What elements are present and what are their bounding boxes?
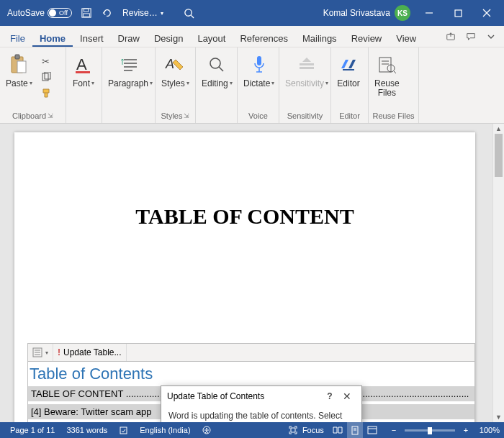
- scroll-up-icon[interactable]: ▲: [493, 124, 504, 134]
- paragraph-button[interactable]: Paragraph▾: [104, 50, 157, 91]
- tab-layout[interactable]: Layout: [190, 29, 233, 47]
- tab-insert[interactable]: Insert: [73, 29, 111, 47]
- dictate-button[interactable]: Dictate▾: [239, 50, 279, 91]
- group-clipboard: Clipboard⇲: [1, 109, 64, 123]
- zoom-level[interactable]: 100%: [480, 426, 500, 434]
- language-indicator[interactable]: English (India): [134, 426, 196, 434]
- font-button[interactable]: A Font▾: [68, 50, 99, 91]
- svg-line-4: [192, 15, 194, 18]
- document-name[interactable]: Revise… ▾: [122, 8, 163, 18]
- toc-menu-button[interactable]: ▾: [28, 344, 53, 361]
- format-painter-icon[interactable]: [40, 86, 53, 99]
- close-button[interactable]: [472, 0, 501, 26]
- sensitivity-button: Sensitivity▾: [281, 50, 333, 91]
- tab-draw[interactable]: Draw: [111, 29, 147, 47]
- autosave-label: AutoSave: [7, 8, 45, 18]
- search-icon[interactable]: [179, 0, 199, 26]
- word-count[interactable]: 3361 words: [60, 426, 113, 434]
- editor-button[interactable]: Editor: [333, 50, 364, 91]
- paragraph-icon: [119, 53, 142, 76]
- comments-button[interactable]: [461, 27, 481, 47]
- group-reuse-files: Reuse Files: [370, 109, 417, 123]
- svg-text:A: A: [165, 57, 174, 71]
- vertical-scrollbar[interactable]: ▲ ▼: [492, 124, 504, 422]
- zoom-out-button[interactable]: −: [386, 422, 402, 438]
- group-editing: [197, 109, 235, 123]
- styles-button[interactable]: A Styles▾: [157, 50, 194, 91]
- document-area[interactable]: TABLE OF CONTENT ▾ ! Update Table... Tab…: [0, 124, 504, 422]
- tab-mailings[interactable]: Mailings: [295, 29, 344, 47]
- svg-point-22: [210, 58, 220, 68]
- tab-home[interactable]: Home: [32, 29, 73, 47]
- dialog-message: Word is updating the table of contents. …: [168, 411, 354, 422]
- svg-rect-26: [300, 67, 314, 69]
- svg-rect-43: [368, 426, 377, 434]
- tab-references[interactable]: References: [233, 29, 294, 47]
- web-layout-button[interactable]: [364, 422, 380, 438]
- styles-icon: A: [163, 53, 186, 76]
- svg-line-23: [219, 67, 223, 71]
- autosave-toggle[interactable]: AutoSave Off: [3, 8, 76, 18]
- undo-icon[interactable]: [96, 0, 117, 26]
- zoom-slider[interactable]: [405, 429, 455, 432]
- group-styles: Styles⇲: [157, 109, 194, 123]
- copy-icon[interactable]: [40, 70, 53, 83]
- svg-line-31: [394, 71, 396, 73]
- svg-rect-25: [300, 63, 314, 65]
- scrollbar-thumb[interactable]: [495, 134, 503, 177]
- toc-update-button[interactable]: ! Update Table...: [53, 344, 127, 361]
- update-icon: !: [58, 347, 60, 357]
- svg-text:A: A: [76, 55, 87, 73]
- scroll-down-icon[interactable]: ▼: [493, 412, 504, 422]
- ribbon: Paste▾ ✂ Clipboard⇲ A Font▾ Paragraph▾ A…: [0, 47, 504, 124]
- share-button[interactable]: [441, 27, 461, 47]
- tab-view[interactable]: View: [389, 29, 423, 47]
- ribbon-tabs: File Home Insert Draw Design Layout Refe…: [0, 26, 504, 47]
- reuse-files-button[interactable]: Reuse Files: [370, 50, 404, 101]
- paste-button[interactable]: Paste▾: [1, 50, 37, 91]
- svg-rect-16: [76, 71, 90, 73]
- dialog-title: Update Table of Contents: [167, 391, 321, 401]
- avatar: KS: [395, 5, 410, 21]
- svg-rect-1: [84, 9, 89, 12]
- user-name: Komal Srivastava: [323, 8, 390, 18]
- focus-mode-button[interactable]: [285, 422, 301, 438]
- reuse-files-icon: [375, 53, 398, 76]
- group-voice: Voice: [239, 109, 277, 123]
- group-sensitivity: Sensitivity: [281, 109, 329, 123]
- find-icon: [205, 53, 228, 76]
- svg-rect-24: [257, 56, 261, 65]
- save-icon[interactable]: [76, 0, 96, 26]
- clipboard-icon: [7, 53, 30, 76]
- group-editor: Editor: [333, 109, 366, 123]
- editor-icon: [337, 53, 360, 76]
- read-mode-button[interactable]: [330, 422, 346, 438]
- cut-icon[interactable]: ✂: [40, 55, 53, 68]
- account-button[interactable]: Komal Srivastava KS: [323, 5, 410, 21]
- maximize-button[interactable]: [444, 0, 472, 26]
- minimize-button[interactable]: [415, 0, 444, 26]
- print-layout-button[interactable]: [347, 422, 363, 438]
- dialog-help-button[interactable]: ?: [321, 391, 338, 401]
- tab-file[interactable]: File: [3, 29, 32, 47]
- collapse-ribbon-button[interactable]: [481, 27, 501, 47]
- spellcheck-button[interactable]: [113, 426, 134, 435]
- group-paragraph: [104, 109, 153, 123]
- svg-rect-12: [17, 61, 26, 73]
- accessibility-button[interactable]: [197, 426, 217, 434]
- sensitivity-icon: [295, 53, 318, 76]
- autosave-switch[interactable]: Off: [48, 8, 72, 18]
- svg-rect-2: [84, 14, 90, 17]
- tab-review[interactable]: Review: [344, 29, 390, 47]
- page-indicator[interactable]: Page 1 of 11: [4, 426, 60, 434]
- titlebar: AutoSave Off Revise… ▾ Komal Srivastava …: [0, 0, 504, 26]
- svg-rect-27: [379, 58, 391, 72]
- dialog-close-button[interactable]: ✕: [338, 391, 356, 402]
- editing-button[interactable]: Editing▾: [197, 50, 237, 91]
- svg-rect-36: [120, 427, 127, 434]
- microphone-icon: [248, 53, 271, 76]
- tab-design[interactable]: Design: [147, 29, 190, 47]
- zoom-in-button[interactable]: +: [458, 422, 474, 438]
- svg-rect-39: [291, 428, 295, 432]
- svg-point-38: [206, 428, 207, 429]
